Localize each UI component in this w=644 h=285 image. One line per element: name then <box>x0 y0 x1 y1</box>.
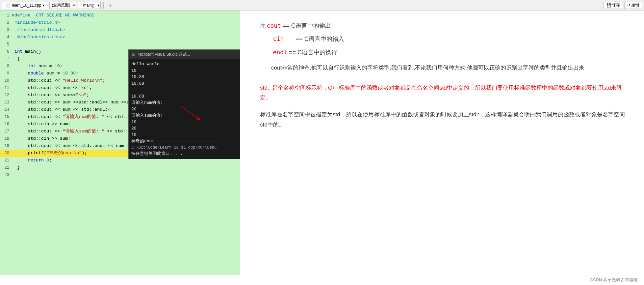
reload-icon: ↺ <box>627 3 631 8</box>
line-number-13: 13 <box>0 99 12 106</box>
toolbar: 📄 learn_10_11.cpp ▾ (全局范围) ▾ ↑ main() ▾ … <box>0 0 644 11</box>
footer-label: CSDN @单微码农南喵喵 <box>590 277 637 282</box>
terminal-icon: ⚙ <box>131 52 136 57</box>
toolbar-separator <box>103 2 104 9</box>
note-line-endl: endl == C语言中的换行 <box>260 47 631 58</box>
line-number-2: 2 <box>0 19 12 26</box>
save-label: 保存 <box>612 2 620 8</box>
line-number-15: 15 <box>0 113 12 121</box>
save-button[interactable]: 💾 保存 <box>604 2 623 9</box>
line-number-10: 10 <box>0 77 12 84</box>
note-section: 注:cout == C语言中的输出 cin == C语言中的输入 endl ==… <box>260 20 631 58</box>
file-tab-arrow: ▾ <box>42 3 44 8</box>
code-line-2: 2 =#include<stdio.h> <box>0 19 240 26</box>
terminal-body: Hello World 10 10.88 10.88 10.88 请输入num的… <box>129 59 240 159</box>
line-number-23: 23 <box>0 171 12 179</box>
main-area: 1 #define _CRT_SECURE_NO_WARNINGS 2 =#in… <box>0 11 644 275</box>
line-number-19: 19 <box>0 142 12 150</box>
terminal-line-8: 20 <box>131 106 240 113</box>
file-tab-label: learn_10_11.cpp <box>12 3 41 8</box>
line-number-22: 22 <box>0 164 12 171</box>
line-number-12: 12 <box>0 92 12 99</box>
function-dropdown[interactable]: ↑ main() ▾ <box>78 2 100 9</box>
line-number-8: 8 <box>0 63 12 70</box>
line-content-2: =#include<stdio.h> <box>12 19 240 26</box>
terminal-line-2: 10 <box>131 68 240 74</box>
line-number-3: 3 <box>0 26 12 34</box>
terminal-title-text: Microsoft Visual Studio 调试... <box>138 52 240 57</box>
line-number-21: 21 <box>0 157 12 164</box>
terminal-line-14: E:\Bit\Code\Learn_10_11.cpp\x64\Debu <box>131 145 240 151</box>
terminal-line-15: 按任意键关闭此窗口. . . <box>131 151 240 157</box>
code-line-5: 5 <box>0 41 240 48</box>
annotation-para2: 标准库在名字空间中被指定为std，所以在使用标准库中的函数或者对象的时候要加上s… <box>260 110 631 130</box>
terminal-line-3: 10.88 <box>131 74 240 80</box>
note-line-cout: 注:cout == C语言中的输出 <box>260 20 631 31</box>
line-number-9: 9 <box>0 70 12 77</box>
line-number-18: 18 <box>0 135 12 142</box>
line-content-22: } <box>12 164 240 171</box>
terminal-line-13: 神奇的cout ─────────────────────── <box>131 138 240 145</box>
code-line-22: 22 } <box>0 164 240 171</box>
file-tab[interactable]: 📄 learn_10_11.cpp ▾ <box>2 2 48 9</box>
annotation-std-line: std:: 是个名称空间标示符，C++标准库中的函数或者对象都是在命名空间std… <box>260 83 631 103</box>
footer: CSDN @单微码农南喵喵 <box>0 275 644 285</box>
terminal-line-9: 请输入sum的值: <box>131 112 240 119</box>
line-content-3: #include<stdlib.h> <box>12 26 240 34</box>
terminal-line-1: Hello World <box>131 61 240 68</box>
annotation-std-section: std:: 是个名称空间标示符，C++标准库中的函数或者对象都是在命名空间std… <box>260 83 631 103</box>
line-number-4: 4 <box>0 34 12 41</box>
line-number-16: 16 <box>0 121 12 128</box>
line-number-1: 1 <box>0 12 12 19</box>
save-icon: 💾 <box>606 3 611 8</box>
code-panel: 1 #define _CRT_SECURE_NO_WARNINGS 2 =#in… <box>0 11 240 275</box>
line-content-4: #include<iostream> <box>12 34 240 41</box>
terminal-line-4: 10.88 <box>131 80 240 87</box>
terminal-line-10: 10 <box>131 119 240 126</box>
annotation-para1: cout非常的神奇,他可以自行识别输入的字符类型,我们看到,不论我们用何种方式,… <box>260 63 631 73</box>
line-number-14: 14 <box>0 106 12 113</box>
line-number-7: 7 <box>0 55 12 63</box>
line-number-6: 6 <box>0 48 12 55</box>
terminal-line-11: 20 <box>131 125 240 132</box>
file-icon: 📄 <box>6 3 11 8</box>
line-number-11: 11 <box>0 84 12 92</box>
terminal-line-12: 10 <box>131 132 240 138</box>
line-content-23 <box>12 171 240 179</box>
code-line-3: 3 #include<stdlib.h> <box>0 26 240 34</box>
line-number-17: 17 <box>0 128 12 135</box>
note-line-cin: cin == C语言中的输入 <box>260 34 631 44</box>
code-line-1: 1 #define _CRT_SECURE_NO_WARNINGS <box>0 12 240 19</box>
line-number-20: 20 <box>0 150 12 157</box>
terminal-window: ⚙ Microsoft Visual Studio 调试... + ∨ ✕ He… <box>128 49 240 159</box>
terminal-line-6: 10.88 <box>131 93 240 100</box>
line-content-5 <box>12 41 240 48</box>
terminal-titlebar: ⚙ Microsoft Visual Studio 调试... + ∨ ✕ <box>129 50 240 59</box>
line-number-5: 5 <box>0 41 12 48</box>
code-line-23: 23 <box>0 171 240 179</box>
reload-label: 撤销 <box>631 2 639 8</box>
function-dropdown-label: ↑ main() <box>80 3 94 8</box>
scope-dropdown-arrow: ▾ <box>73 3 75 8</box>
reload-button[interactable]: ↺ 撤销 <box>624 2 642 9</box>
scope-dropdown[interactable]: (全局范围) ▾ <box>49 2 76 9</box>
scope-dropdown-label: (全局范围) <box>52 2 70 8</box>
annotation-panel: 注:cout == C语言中的输出 cin == C语言中的输入 endl ==… <box>240 11 644 275</box>
terminal-line-5 <box>131 87 240 93</box>
function-dropdown-arrow: ▾ <box>97 3 99 8</box>
add-tab-button[interactable]: + <box>106 1 114 9</box>
line-content-1: #define _CRT_SECURE_NO_WARNINGS <box>12 12 240 19</box>
terminal-line-7: 请输入num的值: <box>131 100 240 106</box>
code-line-4: 4 #include<iostream> <box>0 34 240 41</box>
